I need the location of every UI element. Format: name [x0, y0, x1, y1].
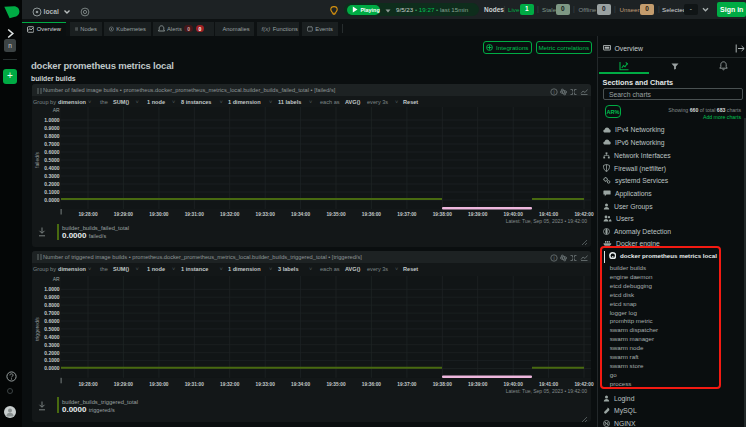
svg-text:0.5000: 0.5000: [44, 157, 60, 163]
svg-text:0.3000: 0.3000: [44, 173, 60, 179]
svg-text:19:34:00: 19:34:00: [291, 212, 311, 217]
svg-text:19:33:00: 19:33:00: [256, 212, 276, 217]
svg-text:19:38:00: 19:38:00: [433, 212, 453, 217]
svg-text:19:36:00: 19:36:00: [362, 381, 382, 386]
svg-text:0.4000: 0.4000: [44, 333, 60, 339]
svg-text:19:28:00: 19:28:00: [78, 212, 98, 217]
svg-text:19:37:00: 19:37:00: [397, 212, 417, 217]
svg-text:19:40:00: 19:40:00: [504, 212, 524, 217]
svg-text:0.2000: 0.2000: [44, 181, 60, 187]
svg-text:19:35:00: 19:35:00: [326, 212, 346, 217]
svg-text:i: i: [553, 88, 554, 94]
svg-text:0.9000: 0.9000: [44, 294, 60, 300]
svg-text:19:30:00: 19:30:00: [149, 212, 169, 217]
svg-text:Latest: Tue, Sep 05, 2023 • 19: Latest: Tue, Sep 05, 2023 • 19:42:00: [506, 218, 587, 224]
svg-text:19:42:00: 19:42:00: [574, 212, 594, 217]
svg-text:19:32:00: 19:32:00: [220, 212, 240, 217]
svg-text:19:37:00: 19:37:00: [397, 381, 417, 386]
svg-text:0.6000: 0.6000: [44, 317, 60, 323]
svg-text:19:39:00: 19:39:00: [468, 381, 488, 386]
svg-text:0.3000: 0.3000: [44, 341, 60, 347]
svg-text:0.2000: 0.2000: [44, 349, 60, 355]
svg-text:19:41:00: 19:41:00: [539, 212, 559, 217]
svg-text:19:39:00: 19:39:00: [468, 212, 488, 217]
svg-text:triggered/s: triggered/s: [34, 316, 40, 340]
svg-text:19:36:00: 19:36:00: [362, 212, 382, 217]
svg-text:19:34:00: 19:34:00: [291, 381, 311, 386]
svg-text:19:42:00: 19:42:00: [574, 381, 594, 386]
svg-text:0.8000: 0.8000: [44, 301, 60, 307]
svg-text:19:31:00: 19:31:00: [185, 381, 205, 386]
svg-text:19:40:00: 19:40:00: [504, 381, 524, 386]
svg-text:i: i: [553, 255, 554, 261]
svg-text:19:30:00: 19:30:00: [149, 381, 169, 386]
svg-text:0.7000: 0.7000: [44, 309, 60, 315]
svg-text:0.0000: 0.0000: [44, 365, 60, 371]
svg-text:0.7000: 0.7000: [44, 141, 60, 147]
svg-text:0.1000: 0.1000: [44, 357, 60, 363]
svg-text:0.9000: 0.9000: [44, 125, 60, 131]
svg-text:1.0000: 1.0000: [44, 117, 60, 123]
svg-text:failed/s: failed/s: [34, 152, 40, 168]
svg-text:19:41:00: 19:41:00: [539, 381, 559, 386]
svg-text:19:29:00: 19:29:00: [114, 212, 134, 217]
svg-text:0.6000: 0.6000: [44, 149, 60, 155]
svg-text:19:29:00: 19:29:00: [114, 381, 134, 386]
svg-text:1.0000: 1.0000: [44, 286, 60, 292]
svg-text:Latest: Tue, Sep 05, 2023 • 19: Latest: Tue, Sep 05, 2023 • 19:42:00: [506, 388, 587, 394]
svg-text:0.1000: 0.1000: [44, 189, 60, 195]
svg-text:19:35:00: 19:35:00: [326, 381, 346, 386]
svg-text:0.4000: 0.4000: [44, 165, 60, 171]
svg-text:AR: AR: [53, 107, 60, 113]
svg-text:0.5000: 0.5000: [44, 325, 60, 331]
svg-text:19:28:00: 19:28:00: [78, 381, 98, 386]
svg-text:19:32:00: 19:32:00: [220, 381, 240, 386]
svg-text:AR: AR: [53, 276, 60, 282]
svg-text:19:38:00: 19:38:00: [433, 381, 453, 386]
svg-text:0.0000: 0.0000: [44, 197, 60, 203]
svg-text:19:33:00: 19:33:00: [256, 381, 276, 386]
svg-text:0.8000: 0.8000: [44, 133, 60, 139]
svg-text:19:31:00: 19:31:00: [185, 212, 205, 217]
